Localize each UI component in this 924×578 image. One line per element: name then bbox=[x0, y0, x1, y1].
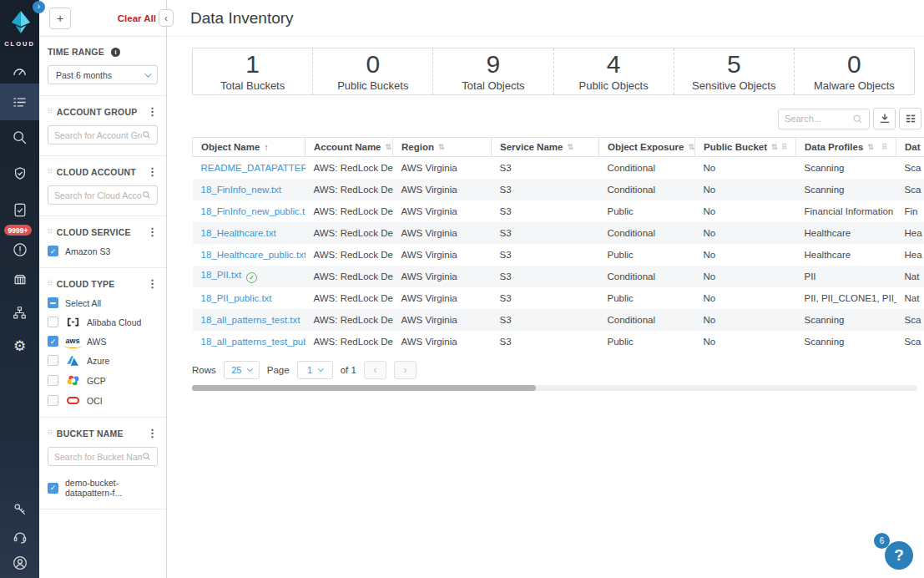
bucket-name-option[interactable]: ✓ demo-bucket-datapattern-f... bbox=[48, 478, 158, 498]
sort-icon[interactable] bbox=[438, 143, 445, 151]
kebab-menu-icon[interactable]: ⋮ bbox=[147, 428, 158, 439]
column-header-object-name[interactable]: Object Name bbox=[193, 138, 305, 157]
checkbox-unchecked[interactable] bbox=[48, 355, 58, 366]
sidebar-item-profile[interactable] bbox=[0, 547, 39, 578]
cell-account-name: AWS: RedLock Demo Acc... bbox=[305, 179, 393, 200]
sort-icon[interactable] bbox=[386, 143, 392, 151]
column-drag-handle-icon[interactable] bbox=[881, 143, 887, 151]
next-page-button[interactable]: › bbox=[394, 361, 417, 379]
account-group-search-input[interactable] bbox=[54, 130, 142, 140]
checkbox-unchecked[interactable] bbox=[48, 375, 58, 386]
sidebar-item-assets[interactable] bbox=[0, 264, 39, 296]
cloud-type-title: CLOUD TYPE bbox=[57, 279, 115, 289]
sort-icon[interactable] bbox=[867, 143, 874, 151]
object-name-link[interactable]: 18_PII_public.txt bbox=[201, 293, 272, 303]
sidebar-item-inventory-active[interactable] bbox=[0, 86, 39, 118]
cloud-type-option-alibaba[interactable]: Alibaba Cloud bbox=[48, 317, 158, 327]
download-button[interactable] bbox=[873, 108, 896, 129]
table-row: 18_all_patterns_test_publ... AWS: RedLoc… bbox=[193, 331, 924, 352]
sidebar-item-reports[interactable] bbox=[0, 194, 39, 226]
horizontal-scrollbar-thumb[interactable] bbox=[192, 385, 536, 391]
cloud-type-option-oci[interactable]: OCI bbox=[48, 395, 158, 406]
user-avatar-icon bbox=[12, 555, 28, 571]
add-filter-button[interactable]: + bbox=[49, 8, 71, 29]
column-settings-button[interactable] bbox=[899, 108, 921, 129]
column-header-data-patterns[interactable]: Dat bbox=[896, 138, 924, 157]
sidebar-item-settings[interactable]: ⚙ bbox=[0, 330, 39, 362]
object-name-link[interactable]: README_DATAPATTER... bbox=[201, 163, 305, 173]
checkbox-checked[interactable]: ✓ bbox=[48, 483, 58, 494]
column-header-service-name[interactable]: Service Name bbox=[492, 138, 599, 157]
cloud-service-option-amazon-s3[interactable]: ✓ Amazon S3 bbox=[48, 246, 158, 256]
drag-handle-icon[interactable]: ⠿ bbox=[48, 109, 53, 115]
kebab-menu-icon[interactable]: ⋮ bbox=[147, 278, 158, 289]
bucket-name-title: BUCKET NAME bbox=[57, 428, 124, 439]
drag-handle-icon[interactable]: ⠿ bbox=[48, 281, 53, 287]
page-number-dropdown[interactable]: 1 bbox=[297, 361, 333, 379]
cloud-account-search-input[interactable] bbox=[54, 190, 142, 200]
horizontal-scrollbar-track[interactable] bbox=[192, 385, 917, 391]
column-header-region[interactable]: Region bbox=[393, 138, 492, 157]
expand-sidebar-button[interactable] bbox=[33, 1, 45, 13]
drag-handle-icon[interactable]: ⠿ bbox=[48, 430, 53, 437]
checkbox-unchecked[interactable] bbox=[48, 395, 58, 406]
checkbox-checked[interactable]: ✓ bbox=[48, 336, 58, 347]
object-name-link[interactable]: 18_FinInfo_new.txt bbox=[201, 185, 282, 195]
info-icon[interactable]: i bbox=[111, 48, 120, 57]
sidebar-item-alerts[interactable]: 9999+ bbox=[0, 234, 39, 266]
column-header-data-profiles[interactable]: Data Profiles bbox=[796, 138, 896, 157]
cloud-type-option-gcp[interactable]: GCP bbox=[48, 374, 158, 387]
cloud-type-option-azure[interactable]: Azure bbox=[48, 355, 158, 366]
column-header-object-exposure[interactable]: Object Exposure bbox=[599, 138, 695, 157]
sort-ascending-icon[interactable] bbox=[264, 142, 269, 152]
cloud-account-section: ⠿ CLOUD ACCOUNT ⋮ bbox=[39, 156, 166, 216]
checkbox-checked[interactable]: ✓ bbox=[48, 246, 58, 256]
drag-handle-icon[interactable]: ⠿ bbox=[48, 169, 53, 175]
stat-value: 4 bbox=[607, 51, 621, 78]
primary-sidebar: CLOUD 9999+ bbox=[0, 0, 39, 578]
search-icon bbox=[11, 129, 28, 146]
drag-handle-icon[interactable]: ⠿ bbox=[48, 229, 53, 236]
column-header-account-name[interactable]: Account Name bbox=[305, 138, 393, 157]
cell-region: AWS Virginia bbox=[393, 309, 492, 331]
bucket-name-search-input[interactable] bbox=[54, 452, 142, 462]
cell-data-patterns: Nat bbox=[896, 287, 924, 309]
sidebar-item-compliance[interactable] bbox=[0, 158, 39, 190]
sidebar-item-dashboard[interactable] bbox=[0, 56, 39, 88]
checkbox-unchecked[interactable] bbox=[48, 317, 58, 327]
kebab-menu-icon[interactable]: ⋮ bbox=[147, 166, 158, 177]
column-drag-handle-icon[interactable] bbox=[782, 143, 788, 151]
table-row: 18_FinInfo_new_public.txt AWS: RedLock D… bbox=[193, 200, 924, 222]
object-name-link[interactable]: 18_all_patterns_test_publ... bbox=[201, 337, 305, 347]
gcp-icon bbox=[65, 374, 80, 387]
object-name-link[interactable]: 18_all_patterns_test.txt bbox=[201, 315, 300, 325]
object-name-link[interactable]: 18_FinInfo_new_public.txt bbox=[201, 206, 305, 216]
sidebar-item-network[interactable] bbox=[0, 297, 39, 328]
sort-icon[interactable] bbox=[688, 143, 694, 151]
cloud-type-select-all[interactable]: Select All bbox=[48, 297, 158, 308]
previous-page-button[interactable]: ‹ bbox=[364, 361, 386, 379]
sort-icon[interactable] bbox=[771, 143, 778, 151]
sort-icon[interactable] bbox=[567, 143, 573, 151]
clear-all-filters-button[interactable]: Clear All bbox=[118, 13, 156, 23]
object-name-link[interactable]: 18_Healthcare_public.txt bbox=[201, 250, 305, 260]
sidebar-item-search[interactable] bbox=[0, 121, 39, 153]
collapse-filters-button[interactable] bbox=[159, 9, 174, 27]
column-header-public-bucket[interactable]: Public Bucket bbox=[695, 138, 796, 157]
sidebar-item-access-keys[interactable] bbox=[0, 493, 39, 525]
object-name-link[interactable]: 18_Healthcare.txt bbox=[201, 228, 276, 238]
object-name-link[interactable]: 18_PII.txt bbox=[201, 270, 242, 280]
cell-data-profiles: PII, PII_CLONE1, PII_CLO... bbox=[796, 287, 896, 309]
prisma-cloud-logo[interactable]: CLOUD bbox=[0, 10, 39, 48]
table-search-input[interactable] bbox=[785, 114, 849, 124]
table-row: 18_Healthcare.txt AWS: RedLock Demo Acc.… bbox=[193, 222, 924, 244]
kebab-menu-icon[interactable]: ⋮ bbox=[147, 226, 158, 237]
help-button[interactable]: ? bbox=[885, 541, 913, 570]
cloud-type-option-aws[interactable]: ✓ aws AWS bbox=[48, 336, 158, 347]
rows-per-page-dropdown[interactable]: 25 bbox=[224, 361, 260, 379]
cell-data-profiles: Financial Information bbox=[796, 200, 896, 222]
checkbox-indeterminate[interactable] bbox=[48, 297, 58, 308]
stat-value: 0 bbox=[366, 51, 380, 78]
time-range-dropdown[interactable]: Past 6 months bbox=[48, 65, 158, 84]
kebab-menu-icon[interactable]: ⋮ bbox=[147, 106, 158, 117]
